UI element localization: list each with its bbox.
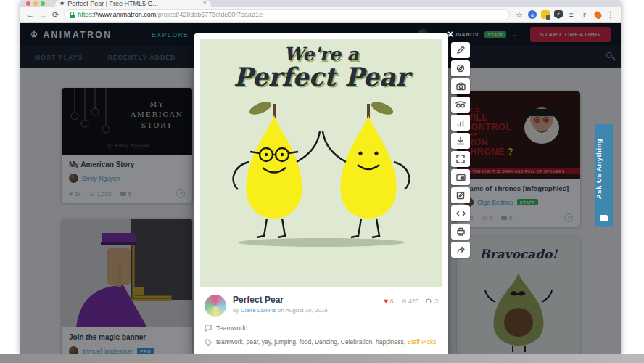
spy-glasses-button[interactable] [451, 97, 470, 113]
browser-tab[interactable]: ★ Perfect Pear | Free HTML5 G... × [55, 0, 211, 7]
project-details: Perfect Pear by Claire Larkins on August… [200, 287, 442, 346]
url-host: ://www.animatron.com [92, 11, 157, 18]
extension-blue-icon[interactable]: a [528, 10, 537, 19]
fullscreen-icon [456, 155, 465, 163]
share-arrow-icon [456, 246, 465, 254]
extension-r-icon[interactable]: r [580, 10, 589, 19]
picture-in-picture-button[interactable] [451, 169, 470, 185]
staff-picks-tag-link[interactable]: Staff Picks [408, 338, 437, 346]
ask-us-anything-label: Ask Us Anything [595, 129, 613, 208]
desktop-edge [0, 354, 644, 363]
pencil-icon [456, 46, 465, 54]
modal-close-icon[interactable]: × [447, 29, 453, 39]
copy-count: 3 [434, 298, 438, 305]
heart-icon[interactable]: ♥ [384, 297, 389, 305]
project-author-link[interactable]: Claire Larkins [241, 307, 276, 314]
edit-document-icon [456, 191, 465, 200]
zoom-window-button[interactable] [41, 1, 45, 6]
project-description: Teamwork! [216, 325, 248, 332]
bookmark-star-icon[interactable]: ☆ [515, 10, 524, 19]
tab-favicon-icon: ★ [59, 0, 65, 7]
project-modal: We're a Perfect Pear [194, 33, 448, 354]
url-protocol: https [78, 11, 92, 18]
printer-icon [456, 227, 466, 236]
extension-layers-icon[interactable]: ≡ [567, 10, 576, 19]
like-count: 6 [390, 298, 394, 305]
download-button[interactable] [451, 133, 470, 149]
project-tags[interactable]: teamwork, pear, yay, jumping, food, Danc… [216, 338, 405, 346]
spy-glasses-icon [455, 101, 466, 108]
view-count: 420 [408, 298, 418, 305]
chat-bubble-icon [600, 215, 608, 221]
window-controls[interactable] [26, 1, 45, 6]
close-window-button[interactable] [26, 1, 30, 6]
pears-illustration [205, 92, 437, 256]
edit-pencil-button[interactable] [451, 42, 470, 58]
forward-button[interactable]: → [39, 11, 47, 19]
tab-title: Perfect Pear | Free HTML5 G... [67, 0, 200, 7]
tab-strip: ★ Perfect Pear | Free HTML5 G... × [20, 0, 621, 7]
project-title: Perfect Pear [233, 295, 328, 305]
browser-window: ★ Perfect Pear | Free HTML5 G... × ← → ⟳… [20, 0, 621, 354]
compass-button[interactable] [451, 60, 470, 76]
eye-icon: ⊙ [402, 298, 407, 305]
project-action-toolbar [451, 42, 470, 258]
url-path: /project/428dab5773cfde00f7eaad1e [156, 11, 263, 18]
project-artwork[interactable]: We're a Perfect Pear [200, 39, 442, 287]
page-viewport: ♔ ANIMATRON EXPLORE PRICING TUTORIALS MO… [20, 23, 621, 354]
bar-chart-icon [456, 119, 465, 127]
stats-button[interactable] [451, 115, 470, 131]
code-icon [456, 210, 466, 217]
camera-icon [456, 82, 466, 91]
fullscreen-button[interactable] [451, 151, 470, 167]
browser-menu-icon[interactable]: ⋮ [606, 10, 615, 19]
artwork-title: We're a Perfect Pear [200, 45, 442, 91]
tags-icon [205, 339, 212, 346]
camera-button[interactable] [451, 78, 470, 94]
share-export-button[interactable] [451, 242, 470, 258]
picture-in-picture-icon [456, 174, 466, 182]
compass-icon [456, 64, 465, 73]
browser-toolbar: ← → ⟳ https://www.animatron.com/project/… [20, 7, 621, 23]
extension-flame-icon[interactable] [593, 10, 602, 19]
extension-yellow-icon[interactable] [541, 10, 550, 19]
copies-icon [426, 298, 432, 303]
embed-code-button[interactable] [451, 205, 470, 221]
back-button[interactable]: ← [26, 11, 34, 19]
description-bubble-icon [205, 325, 212, 332]
address-bar[interactable]: https://www.animatron.com/project/428dab… [64, 9, 510, 20]
tab-close-icon[interactable]: × [203, 0, 207, 7]
refresh-button[interactable]: ⟳ [52, 11, 59, 19]
https-lock-icon [70, 12, 75, 18]
project-byline: by Claire Larkins on August 10, 2016 [233, 307, 328, 314]
extension-shield-icon[interactable]: ✓ [554, 10, 563, 19]
edit-document-button[interactable] [451, 187, 470, 203]
download-icon [456, 136, 465, 145]
print-button[interactable] [451, 224, 470, 240]
minimize-window-button[interactable] [33, 1, 38, 6]
project-stats: ♥ 6 ⊙ 420 3 [384, 295, 438, 305]
extension-icons: ☆ a ✓ ≡ r ⋮ [515, 10, 615, 19]
ask-us-anything-widget[interactable]: Ask Us Anything [595, 124, 613, 227]
project-author-avatar[interactable] [205, 295, 226, 317]
